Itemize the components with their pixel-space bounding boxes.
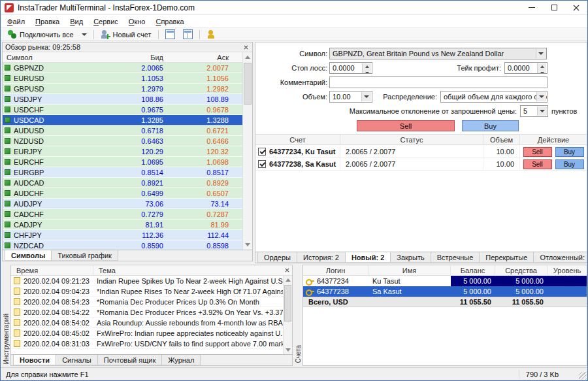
order-row[interactable]: 64377238, Sa Kasut 2.0065 / 2.0077 10.00… bbox=[255, 158, 587, 171]
market-row[interactable]: USDJPY108.86108.89 bbox=[3, 94, 242, 105]
tab-close[interactable]: Закрыть bbox=[391, 252, 431, 263]
row-sell-button[interactable]: Sell bbox=[523, 147, 552, 157]
market-row[interactable]: AUDCAD0.89210.8929 bbox=[3, 178, 242, 188]
spin-up-icon[interactable] bbox=[362, 63, 371, 70]
tab-symbols[interactable]: Символы bbox=[5, 250, 52, 261]
tab-overlapped[interactable]: Перекрытые bbox=[480, 252, 534, 263]
news-row[interactable]: 2020.02.04 08:31:03FxWirePro: USD/CNY fa… bbox=[11, 339, 283, 349]
accounts-button[interactable] bbox=[203, 29, 220, 41]
bid-value: 81.91 bbox=[101, 221, 169, 229]
column-volume: Объем bbox=[483, 135, 520, 144]
news-icon bbox=[14, 319, 20, 326]
layout-one-button[interactable] bbox=[161, 29, 179, 41]
market-row[interactable]: EURGBP0.85140.8517 bbox=[3, 167, 242, 178]
account-checkbox[interactable] bbox=[258, 160, 266, 168]
scroll-up-button[interactable] bbox=[284, 276, 292, 284]
market-row[interactable]: USDCHF0.96750.9678 bbox=[3, 105, 242, 115]
chevron-down-icon[interactable] bbox=[537, 107, 547, 116]
comment-input[interactable] bbox=[331, 77, 547, 88]
account-checkbox[interactable] bbox=[258, 148, 266, 156]
deviation-select[interactable]: 5 bbox=[520, 105, 548, 117]
symbol-select[interactable]: GBPNZD, Great Britain Pound vs New Zeala… bbox=[329, 48, 547, 59]
account-row-selected[interactable]: 64377238 Sa Kasut 5 000.00 5 000.00 bbox=[303, 286, 587, 297]
volume-select[interactable]: 10.00 bbox=[329, 91, 372, 103]
menu-edit[interactable]: Правка bbox=[30, 16, 65, 27]
take-profit-input[interactable]: 0.0000 bbox=[504, 62, 547, 74]
news-row[interactable]: 2020.02.04 08:45:02FxWirePro: Indian rup… bbox=[11, 328, 283, 339]
tab-history[interactable]: История: 2 bbox=[297, 252, 346, 263]
market-row-selected[interactable]: USDCAD1.32851.3288 bbox=[3, 115, 242, 125]
chevron-down-icon[interactable] bbox=[536, 92, 546, 101]
market-row[interactable]: CADJPY81.9181.99 bbox=[3, 220, 242, 230]
news-row[interactable]: 2020.02.04 09:04:23*Indian Rupee Rises T… bbox=[11, 286, 283, 297]
row-buy-button[interactable]: Buy bbox=[555, 159, 584, 169]
bid-value: 120.29 bbox=[101, 148, 169, 156]
scroll-up-button[interactable] bbox=[243, 52, 252, 62]
tab-journal[interactable]: Журнал bbox=[162, 355, 201, 365]
order-row[interactable]: 64377234, Ku Tasut 2.0065 / 2.0077 10.00… bbox=[255, 146, 587, 158]
sell-button[interactable]: Sell bbox=[357, 120, 455, 131]
layout-split-button[interactable] bbox=[179, 29, 197, 41]
order-account: 64377238, Sa Kasut bbox=[269, 160, 336, 168]
scrollbar-thumb[interactable] bbox=[284, 285, 291, 322]
menu-file[interactable]: Файл bbox=[2, 16, 30, 27]
maximize-button[interactable] bbox=[543, 1, 565, 14]
minimize-button[interactable] bbox=[521, 1, 543, 14]
market-row[interactable]: EURJPY120.29120.32 bbox=[3, 146, 242, 157]
row-sell-button[interactable]: Sell bbox=[523, 159, 552, 169]
market-row[interactable]: EURUSD1.10531.1056 bbox=[3, 73, 242, 84]
menu-view[interactable]: Вид bbox=[65, 16, 88, 27]
news-row[interactable]: 2020.02.04 08:54:02Asia Roundup: Aussie … bbox=[11, 318, 283, 328]
scroll-down-button[interactable] bbox=[243, 240, 252, 250]
account-row[interactable]: 64377234 Ku Tasut 5 000.00 5 000.00 bbox=[303, 276, 587, 286]
news-close-button[interactable] bbox=[283, 267, 291, 274]
market-row[interactable]: AUDCHF0.64990.6507 bbox=[3, 188, 242, 199]
connect-all-dropdown[interactable] bbox=[78, 29, 91, 41]
market-row[interactable]: AUDUSD0.67180.6721 bbox=[3, 125, 242, 136]
tab-orders[interactable]: Ордеры bbox=[257, 252, 297, 263]
close-button[interactable] bbox=[565, 1, 587, 14]
accounts-vertical-tab[interactable]: Счета bbox=[295, 345, 302, 363]
market-row[interactable]: NZDUSD0.64630.6466 bbox=[3, 136, 242, 146]
chevron-down-icon[interactable] bbox=[536, 49, 546, 58]
tab-news[interactable]: Новости bbox=[13, 355, 56, 365]
news-row[interactable]: 2020.02.04 09:21:23Indian Rupee Spikes U… bbox=[11, 276, 283, 286]
menu-service[interactable]: Сервис bbox=[88, 16, 123, 27]
stop-loss-input[interactable]: 0.0000 bbox=[329, 62, 372, 74]
market-row[interactable]: NZDCAD0.85900.8598 bbox=[3, 240, 242, 250]
spin-up-icon[interactable] bbox=[537, 63, 546, 70]
news-scrollbar[interactable] bbox=[283, 276, 292, 354]
tab-mailbox[interactable]: Почтовый ящик bbox=[98, 355, 162, 365]
market-row[interactable]: AUDJPY73.0673.14 bbox=[3, 199, 242, 209]
tab-pending[interactable]: Отложенный: 2 bbox=[534, 252, 587, 263]
menu-help[interactable]: Справка bbox=[150, 16, 189, 27]
buy-button[interactable]: Buy bbox=[462, 120, 519, 131]
market-watch-scrollbar[interactable] bbox=[242, 52, 252, 250]
market-row[interactable]: CHFJPY112.36112.44 bbox=[3, 230, 242, 240]
connect-all-button[interactable]: Подключить все bbox=[3, 29, 78, 41]
scrollbar-thumb[interactable] bbox=[244, 63, 252, 105]
account-level bbox=[547, 276, 587, 286]
market-row[interactable]: GBPUSD1.29791.2982 bbox=[3, 84, 242, 94]
scroll-down-button[interactable] bbox=[284, 346, 292, 354]
news-row[interactable]: 2020.02.04 08:54:22*Romania Dec Producer… bbox=[11, 307, 283, 318]
bid-value: 1.1053 bbox=[101, 75, 169, 82]
distribution-select[interactable]: общий объем для каждого ордера bbox=[440, 91, 547, 103]
chevron-down-icon[interactable] bbox=[361, 92, 371, 101]
news-row[interactable]: 2020.02.04 08:54:23*Romania Dec Producer… bbox=[11, 297, 283, 307]
market-row[interactable]: EURCHF1.06951.0698 bbox=[3, 157, 242, 167]
market-row[interactable]: GBPNZD2.00652.0077 bbox=[3, 63, 242, 73]
tab-new[interactable]: Новый: 2 bbox=[346, 252, 391, 263]
tab-tick-chart[interactable]: Тиковый график bbox=[52, 250, 118, 261]
spin-down-icon[interactable] bbox=[537, 70, 546, 74]
menu-window[interactable]: Окно bbox=[123, 16, 151, 27]
row-buy-button[interactable]: Buy bbox=[555, 147, 584, 157]
tab-counter[interactable]: Встречные bbox=[431, 252, 480, 263]
resize-grip[interactable] bbox=[579, 372, 587, 380]
toolbox-vertical-tab[interactable]: Инструментарий bbox=[3, 314, 10, 364]
tab-signals[interactable]: Сигналы bbox=[56, 355, 98, 365]
spin-down-icon[interactable] bbox=[362, 70, 371, 74]
market-watch-close-button[interactable] bbox=[242, 43, 250, 51]
new-account-button[interactable]: Новый счет bbox=[97, 29, 155, 41]
market-row[interactable]: CADCHF0.72790.7287 bbox=[3, 209, 242, 220]
